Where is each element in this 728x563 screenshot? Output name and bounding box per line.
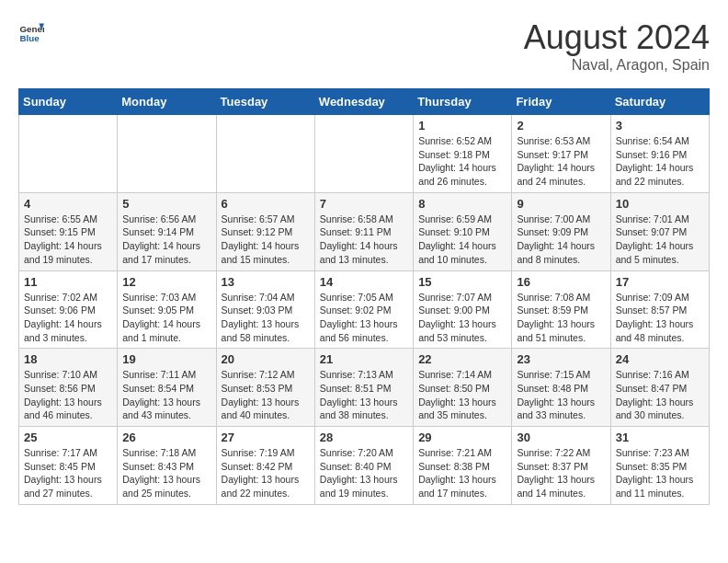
day-number: 30 (517, 431, 605, 444)
day-detail: Sunrise: 7:10 AMSunset: 8:56 PMDaylight:… (24, 369, 102, 420)
table-row: 2Sunrise: 6:53 AMSunset: 9:17 PMDaylight… (512, 115, 610, 193)
day-detail: Sunrise: 6:53 AMSunset: 9:17 PMDaylight:… (517, 135, 595, 187)
day-detail: Sunrise: 7:05 AMSunset: 9:02 PMDaylight:… (320, 292, 398, 343)
day-number: 31 (616, 431, 704, 444)
day-number: 18 (24, 352, 112, 366)
day-number: 5 (122, 197, 210, 211)
day-number: 24 (616, 352, 704, 366)
table-row: 3Sunrise: 6:54 AMSunset: 9:16 PMDaylight… (610, 115, 709, 193)
header-monday: Monday (118, 89, 216, 115)
day-detail: Sunrise: 6:59 AMSunset: 9:10 PMDaylight:… (418, 213, 496, 265)
day-detail: Sunrise: 6:55 AMSunset: 9:15 PMDaylight:… (24, 213, 102, 265)
table-row: 15Sunrise: 7:07 AMSunset: 9:00 PMDayligh… (414, 270, 512, 349)
day-number: 9 (517, 197, 605, 211)
day-detail: Sunrise: 7:11 AMSunset: 8:54 PMDaylight:… (122, 369, 200, 420)
table-row: 21Sunrise: 7:13 AMSunset: 8:51 PMDayligh… (314, 349, 413, 427)
day-number: 17 (616, 275, 704, 289)
day-detail: Sunrise: 7:03 AMSunset: 9:05 PMDaylight:… (122, 292, 200, 343)
day-detail: Sunrise: 7:14 AMSunset: 8:50 PMDaylight:… (418, 369, 496, 420)
day-detail: Sunrise: 7:09 AMSunset: 8:57 PMDaylight:… (616, 292, 694, 343)
day-detail: Sunrise: 7:12 AMSunset: 8:53 PMDaylight:… (222, 369, 300, 420)
day-number: 1 (418, 119, 506, 132)
day-detail: Sunrise: 7:19 AMSunset: 8:42 PMDaylight:… (222, 447, 300, 499)
svg-text:Blue: Blue (19, 33, 40, 43)
day-detail: Sunrise: 6:52 AMSunset: 9:18 PMDaylight:… (418, 135, 496, 187)
day-detail: Sunrise: 7:20 AMSunset: 8:40 PMDaylight:… (320, 447, 398, 499)
table-row: 8Sunrise: 6:59 AMSunset: 9:10 PMDaylight… (414, 192, 512, 270)
table-row: 28Sunrise: 7:20 AMSunset: 8:40 PMDayligh… (314, 427, 413, 505)
calendar-table: Sunday Monday Tuesday Wednesday Thursday… (18, 88, 710, 505)
calendar-week-row: 4Sunrise: 6:55 AMSunset: 9:15 PMDaylight… (19, 192, 710, 270)
day-number: 4 (24, 197, 112, 211)
day-detail: Sunrise: 7:23 AMSunset: 8:35 PMDaylight:… (616, 447, 694, 499)
day-detail: Sunrise: 7:02 AMSunset: 9:06 PMDaylight:… (24, 292, 102, 343)
day-number: 15 (418, 275, 506, 289)
day-number: 2 (517, 119, 605, 132)
day-number: 27 (222, 431, 310, 444)
table-row (314, 115, 413, 193)
table-row: 4Sunrise: 6:55 AMSunset: 9:15 PMDaylight… (19, 192, 118, 270)
day-number: 10 (616, 197, 704, 211)
page-subtitle: Naval, Aragon, Spain (524, 57, 710, 74)
page-title: August 2024 (524, 18, 710, 57)
day-number: 20 (222, 352, 310, 366)
day-number: 11 (24, 275, 112, 289)
day-number: 6 (222, 197, 310, 211)
table-row: 10Sunrise: 7:01 AMSunset: 9:07 PMDayligh… (610, 192, 709, 270)
day-number: 23 (517, 352, 605, 366)
day-number: 29 (418, 431, 506, 444)
header: General Blue August 2024 Naval, Aragon, … (18, 18, 710, 74)
table-row: 20Sunrise: 7:12 AMSunset: 8:53 PMDayligh… (216, 349, 314, 427)
table-row: 29Sunrise: 7:21 AMSunset: 8:38 PMDayligh… (414, 427, 512, 505)
table-row: 30Sunrise: 7:22 AMSunset: 8:37 PMDayligh… (512, 427, 610, 505)
day-number: 25 (24, 431, 112, 444)
table-row (216, 115, 314, 193)
day-detail: Sunrise: 7:15 AMSunset: 8:48 PMDaylight:… (517, 369, 595, 420)
table-row (118, 115, 216, 193)
day-detail: Sunrise: 6:56 AMSunset: 9:14 PMDaylight:… (122, 213, 200, 265)
day-detail: Sunrise: 6:58 AMSunset: 9:11 PMDaylight:… (320, 213, 398, 265)
header-wednesday: Wednesday (314, 89, 413, 115)
table-row: 13Sunrise: 7:04 AMSunset: 9:03 PMDayligh… (216, 270, 314, 349)
day-number: 26 (122, 431, 210, 444)
table-row: 17Sunrise: 7:09 AMSunset: 8:57 PMDayligh… (610, 270, 709, 349)
day-number: 8 (418, 197, 506, 211)
table-row (19, 115, 118, 193)
header-tuesday: Tuesday (216, 89, 314, 115)
day-detail: Sunrise: 7:18 AMSunset: 8:43 PMDaylight:… (122, 447, 200, 499)
table-row: 23Sunrise: 7:15 AMSunset: 8:48 PMDayligh… (512, 349, 610, 427)
day-detail: Sunrise: 7:17 AMSunset: 8:45 PMDaylight:… (24, 447, 102, 499)
table-row: 11Sunrise: 7:02 AMSunset: 9:06 PMDayligh… (19, 270, 118, 349)
table-row: 6Sunrise: 6:57 AMSunset: 9:12 PMDaylight… (216, 192, 314, 270)
day-number: 16 (517, 275, 605, 289)
day-detail: Sunrise: 7:16 AMSunset: 8:47 PMDaylight:… (616, 369, 694, 420)
header-saturday: Saturday (610, 89, 709, 115)
table-row: 1Sunrise: 6:52 AMSunset: 9:18 PMDaylight… (414, 115, 512, 193)
day-number: 19 (122, 352, 210, 366)
table-row: 24Sunrise: 7:16 AMSunset: 8:47 PMDayligh… (610, 349, 709, 427)
day-number: 7 (320, 197, 408, 211)
day-detail: Sunrise: 7:13 AMSunset: 8:51 PMDaylight:… (320, 369, 398, 420)
day-detail: Sunrise: 7:22 AMSunset: 8:37 PMDaylight:… (517, 447, 595, 499)
table-row: 14Sunrise: 7:05 AMSunset: 9:02 PMDayligh… (314, 270, 413, 349)
day-number: 3 (616, 119, 704, 132)
day-detail: Sunrise: 6:54 AMSunset: 9:16 PMDaylight:… (616, 135, 694, 187)
day-detail: Sunrise: 6:57 AMSunset: 9:12 PMDaylight:… (222, 213, 300, 265)
calendar-week-row: 18Sunrise: 7:10 AMSunset: 8:56 PMDayligh… (19, 349, 710, 427)
day-number: 22 (418, 352, 506, 366)
table-row: 19Sunrise: 7:11 AMSunset: 8:54 PMDayligh… (118, 349, 216, 427)
logo: General Blue (18, 18, 44, 44)
day-detail: Sunrise: 7:07 AMSunset: 9:00 PMDaylight:… (418, 292, 496, 343)
logo-icon: General Blue (18, 18, 44, 44)
table-row: 18Sunrise: 7:10 AMSunset: 8:56 PMDayligh… (19, 349, 118, 427)
day-detail: Sunrise: 7:04 AMSunset: 9:03 PMDaylight:… (222, 292, 300, 343)
table-row: 5Sunrise: 6:56 AMSunset: 9:14 PMDaylight… (118, 192, 216, 270)
header-friday: Friday (512, 89, 610, 115)
day-detail: Sunrise: 7:21 AMSunset: 8:38 PMDaylight:… (418, 447, 496, 499)
day-number: 13 (222, 275, 310, 289)
table-row: 12Sunrise: 7:03 AMSunset: 9:05 PMDayligh… (118, 270, 216, 349)
day-detail: Sunrise: 7:01 AMSunset: 9:07 PMDaylight:… (616, 213, 694, 265)
table-row: 27Sunrise: 7:19 AMSunset: 8:42 PMDayligh… (216, 427, 314, 505)
title-area: August 2024 Naval, Aragon, Spain (524, 18, 710, 74)
day-detail: Sunrise: 7:08 AMSunset: 8:59 PMDaylight:… (517, 292, 595, 343)
